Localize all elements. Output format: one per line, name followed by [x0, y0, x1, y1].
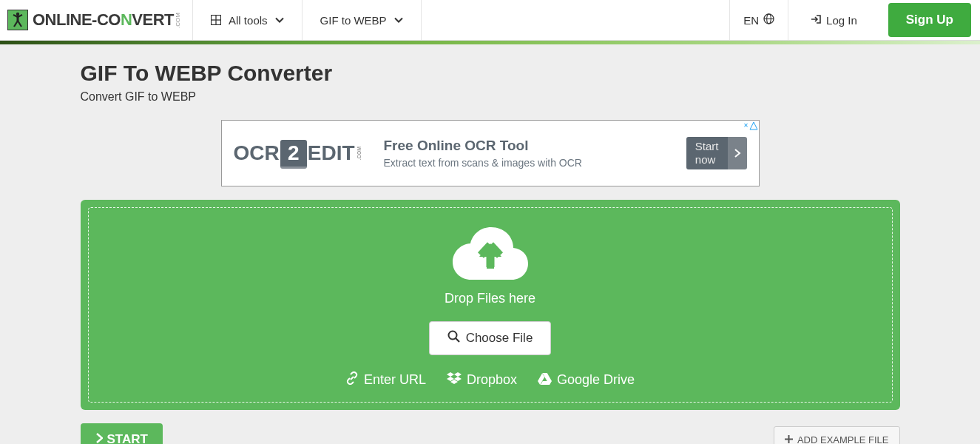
start-button[interactable]: START	[81, 423, 163, 444]
logo-suffix: .COM	[175, 13, 181, 28]
svg-point-12	[448, 332, 456, 340]
nav-spacer	[421, 0, 730, 40]
enter-url-button[interactable]: Enter URL	[345, 371, 426, 388]
ad-text: Free Online OCR Tool Extract text from s…	[384, 138, 582, 169]
ad-info-icon[interactable]	[749, 121, 759, 130]
logo[interactable]: ONLINE-CONVERT .COM	[0, 0, 192, 40]
main-header: ONLINE-CONVERT .COM All tools GIF to WEB…	[0, 0, 980, 41]
signup-area: Sign Up	[879, 0, 980, 40]
google-drive-button[interactable]: Google Drive	[538, 371, 635, 388]
logo-icon	[7, 10, 28, 30]
nav-all-tools-label: All tools	[229, 14, 268, 27]
ad-description: Extract text from scans & images with OC…	[384, 157, 582, 169]
cloud-upload-icon	[450, 224, 531, 282]
login-icon	[811, 14, 822, 27]
svg-line-5	[18, 21, 21, 27]
chevron-down-icon	[394, 15, 403, 25]
ad-close-icon[interactable]: ✕	[743, 121, 748, 129]
ad-cta-button[interactable]: Start now	[686, 137, 747, 169]
nav-converter[interactable]: GIF to WEBP	[302, 0, 421, 40]
chevron-right-icon	[95, 432, 103, 444]
svg-line-13	[456, 338, 459, 342]
ad-logo: OCR2EDIT .COM	[234, 140, 362, 166]
svg-line-4	[14, 21, 18, 27]
login-label: Log In	[826, 14, 857, 27]
grid-icon	[211, 15, 221, 25]
login-button[interactable]: Log In	[788, 0, 879, 40]
choose-file-button[interactable]: Choose File	[429, 321, 552, 355]
language-label: EN	[743, 14, 759, 27]
drop-text: Drop Files here	[104, 291, 877, 306]
ad-title: Free Online OCR Tool	[384, 138, 582, 154]
signup-button[interactable]: Sign Up	[888, 3, 971, 37]
start-label: START	[107, 432, 148, 444]
google-drive-icon	[538, 372, 552, 388]
search-icon	[447, 330, 460, 346]
nav-converter-label: GIF to WEBP	[320, 14, 387, 27]
language-selector[interactable]: EN	[729, 0, 788, 40]
svg-point-0	[16, 13, 19, 16]
add-example-button[interactable]: ADD EXAMPLE FILE	[774, 426, 900, 445]
chevron-right-icon	[728, 137, 747, 169]
nav-all-tools[interactable]: All tools	[192, 0, 302, 40]
dropbox-icon	[447, 371, 462, 388]
action-row: START ADD EXAMPLE FILE	[81, 423, 900, 444]
chevron-down-icon	[275, 15, 284, 25]
choose-file-label: Choose File	[466, 331, 533, 346]
link-icon	[345, 371, 359, 388]
ad-banner[interactable]: OCR2EDIT .COM Free Online OCR Tool Extra…	[221, 120, 760, 186]
source-links: Enter URL Dropbox Google Drive	[104, 371, 877, 388]
dropbox-button[interactable]: Dropbox	[447, 371, 517, 388]
plus-icon	[785, 434, 793, 445]
add-example-label: ADD EXAMPLE FILE	[797, 434, 889, 445]
file-dropzone[interactable]: Drop Files here Choose File Enter URL	[81, 200, 900, 410]
main-content: GIF To WEBP Converter Convert GIF to WEB…	[81, 44, 900, 444]
page-subtitle: Convert GIF to WEBP	[81, 90, 900, 104]
globe-icon	[763, 13, 774, 27]
dropzone-inner: Drop Files here Choose File Enter URL	[88, 207, 893, 403]
page-title: GIF To WEBP Converter	[81, 61, 900, 86]
logo-text: ONLINE-CONVERT	[33, 10, 174, 30]
